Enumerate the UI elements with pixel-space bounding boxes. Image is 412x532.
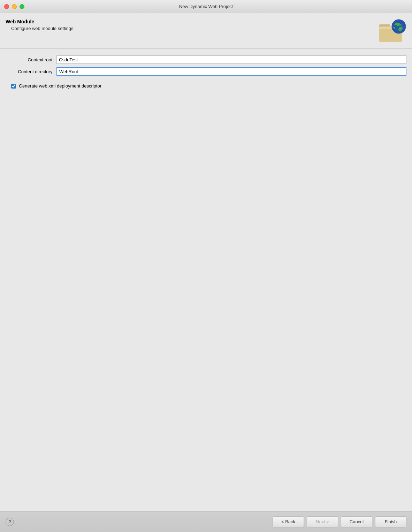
context-root-label: Context root: (6, 57, 54, 62)
nav-buttons: < Back Next > Cancel Finish (273, 516, 406, 527)
context-root-input[interactable] (56, 55, 406, 64)
page-subtitle: Configure web module settings. (11, 26, 75, 31)
generate-webxml-checkbox[interactable] (11, 84, 16, 89)
context-root-row: Context root: (6, 55, 406, 64)
finish-button[interactable]: Finish (375, 516, 406, 527)
checkbox-row: Generate web.xml deployment descriptor (11, 79, 406, 89)
close-button[interactable] (4, 4, 9, 9)
window-title: New Dynamic Web Project (179, 4, 233, 9)
header-section: Web Module Configure web module settings… (0, 13, 412, 48)
title-bar: New Dynamic Web Project (0, 0, 412, 13)
folder-globe-icon (379, 19, 406, 44)
page-title: Web Module (6, 19, 75, 24)
content-directory-row: Content directory: (6, 67, 406, 76)
back-button[interactable]: < Back (273, 516, 304, 527)
form-section: Context root: Content directory: Generat… (0, 48, 412, 96)
main-content: Web Module Configure web module settings… (0, 13, 412, 532)
bottom-bar: ? < Back Next > Cancel Finish (0, 511, 412, 532)
minimize-button[interactable] (12, 4, 17, 9)
generate-webxml-label: Generate web.xml deployment descriptor (19, 83, 101, 89)
header-text: Web Module Configure web module settings… (6, 19, 75, 31)
content-spacer (0, 96, 412, 511)
content-directory-input[interactable] (56, 67, 406, 76)
help-button[interactable]: ? (6, 518, 14, 526)
content-directory-label: Content directory: (6, 69, 54, 74)
maximize-button[interactable] (20, 4, 24, 9)
traffic-lights (4, 4, 24, 9)
next-button[interactable]: Next > (307, 516, 338, 527)
cancel-button[interactable]: Cancel (341, 516, 372, 527)
